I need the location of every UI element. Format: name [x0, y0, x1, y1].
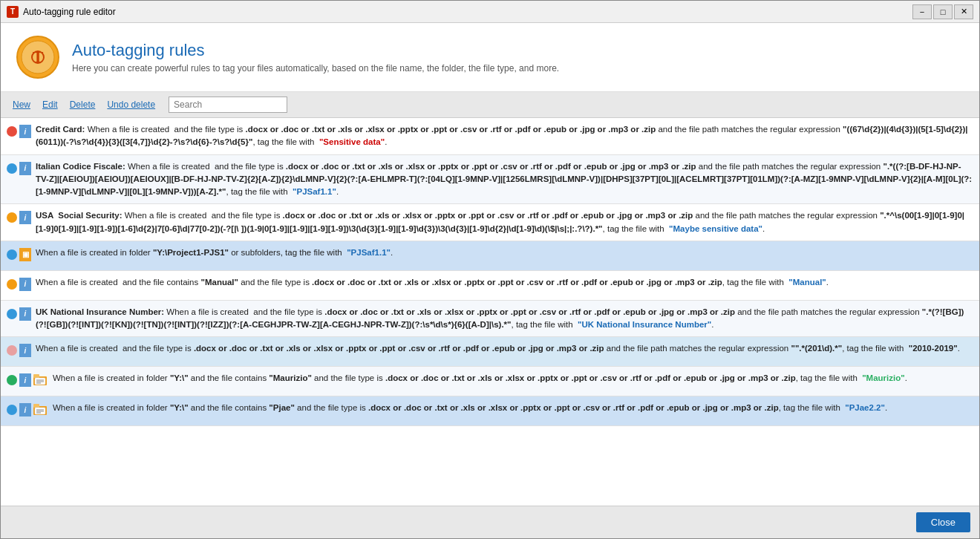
title-bar: T Auto-tagging rule editor − □ ✕ — [1, 1, 979, 23]
rule-text: When a file is created in folder "Y:\" a… — [53, 402, 973, 414]
info-icon: i — [19, 125, 31, 138]
status-dot — [7, 405, 17, 415]
table-row[interactable]: i USA Social Security: When a file is cr… — [1, 204, 979, 241]
info-icon: i — [19, 307, 31, 321]
page-subtitle: Here you can create powerful rules to ta… — [72, 63, 559, 74]
info-icon: i — [19, 162, 31, 175]
maximize-button[interactable]: □ — [933, 4, 953, 19]
toolbar: New Edit Delete Undo delete — [1, 92, 979, 118]
rule-text: Italian Codice Fiscale: When a file is c… — [36, 160, 973, 199]
rules-list: i Credit Card: When a file is created an… — [1, 118, 979, 506]
window-title: Auto-tagging rule editor — [23, 7, 912, 17]
table-row[interactable]: i When a file is created in folder "Y:\"… — [1, 396, 979, 426]
rule-icons: i — [7, 307, 31, 321]
table-row[interactable]: i Credit Card: When a file is created an… — [1, 118, 979, 155]
table-row[interactable]: i When a file is created and the file ty… — [1, 337, 979, 367]
svg-rect-5 — [33, 374, 39, 378]
svg-rect-11 — [33, 404, 39, 408]
info-icon: i — [19, 211, 31, 224]
rule-text: Credit Card: When a file is created and … — [36, 123, 973, 149]
folder-file-icon — [33, 374, 48, 386]
status-dot — [7, 126, 17, 137]
folder-icon: ▣ — [19, 248, 31, 261]
info-icon: i — [19, 344, 31, 357]
status-dot — [7, 279, 17, 290]
rule-icons: ▣ — [7, 248, 31, 261]
bottom-bar: Close — [1, 506, 979, 538]
rule-icons: i — [7, 373, 48, 387]
rule-icons: i — [7, 344, 31, 357]
rule-icons: i — [7, 278, 31, 291]
status-dot — [7, 249, 17, 260]
minimize-button[interactable]: − — [912, 4, 932, 19]
edit-button[interactable]: Edit — [38, 98, 62, 111]
info-icon: i — [19, 373, 31, 387]
status-dot — [7, 375, 17, 385]
rule-text: UK National Insurance Number: When a fil… — [36, 306, 973, 332]
delete-button[interactable]: Delete — [65, 98, 100, 111]
rule-text: When a file is created and the file cont… — [36, 276, 973, 289]
table-row[interactable]: i When a file is created in folder "Y:\"… — [1, 367, 979, 396]
rule-icons: i — [7, 403, 48, 416]
table-row[interactable]: i UK National Insurance Number: When a f… — [1, 301, 979, 338]
table-row[interactable]: i When a file is created and the file co… — [1, 271, 979, 301]
close-button[interactable]: Close — [916, 512, 970, 532]
status-dot — [7, 309, 17, 319]
table-row[interactable]: i Italian Codice Fiscale: When a file is… — [1, 155, 979, 205]
app-logo: T — [16, 35, 60, 79]
window-close-button[interactable]: ✕ — [954, 4, 973, 19]
info-icon: i — [19, 403, 31, 416]
info-icon: i — [19, 278, 31, 291]
header: T Auto-tagging rules Here you can create… — [1, 23, 979, 92]
rule-text: When a file is created in folder "Y:\Pro… — [36, 246, 973, 259]
header-text: Auto-tagging rules Here you can create p… — [72, 41, 559, 74]
window-controls: − □ ✕ — [912, 4, 973, 19]
status-dot — [7, 163, 17, 174]
undo-delete-button[interactable]: Undo delete — [102, 98, 160, 111]
rule-icons: i — [7, 162, 31, 175]
new-button[interactable]: New — [8, 98, 35, 111]
main-window: T Auto-tagging rule editor − □ ✕ T Auto-… — [0, 0, 980, 539]
rule-text: When a file is created in folder "Y:\" a… — [53, 372, 973, 385]
status-dot — [7, 345, 17, 356]
rule-text: When a file is created and the file type… — [36, 342, 973, 355]
status-dot — [7, 212, 17, 223]
app-icon: T — [7, 6, 19, 18]
folder-file-icon — [33, 404, 48, 416]
rule-text: USA Social Security: When a file is crea… — [36, 209, 973, 235]
rule-icons: i — [7, 125, 31, 138]
rule-icons: i — [7, 211, 31, 224]
search-input[interactable] — [169, 97, 287, 113]
table-row[interactable]: ▣ When a file is created in folder "Y:\P… — [1, 241, 979, 271]
page-title: Auto-tagging rules — [72, 41, 559, 60]
